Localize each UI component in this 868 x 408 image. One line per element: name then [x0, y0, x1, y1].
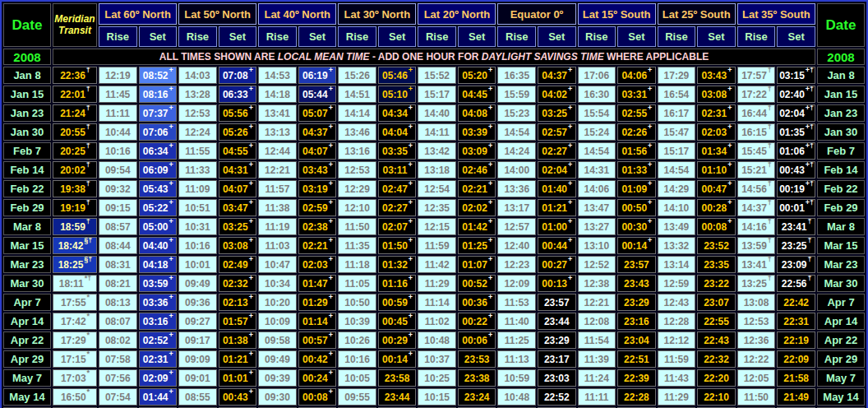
- cell-lat15s-rise: 14:54: [578, 142, 616, 160]
- cell-lat20n-set: 05:20+: [458, 67, 496, 84]
- cell-lat60n-set: 08:52+: [139, 67, 178, 84]
- cell-lat35s-set: 01:35+†: [777, 123, 815, 141]
- cell-lat30n-rise: 12:10: [338, 199, 376, 216]
- header-row-rise-set: RiseSetRiseSetRiseSetRiseSetRiseSetRiseS…: [3, 26, 865, 47]
- cell-lat60n-rise: 12:19: [99, 67, 137, 84]
- cell-lat40n-rise: 13:41: [258, 104, 297, 122]
- cell-equator-set: 23:57: [538, 294, 576, 311]
- meridian-transit-cell: 18:42§†: [53, 237, 97, 254]
- table-row: Mar 2318:25§†08:3104:18+10:0102:49+10:47…: [3, 256, 865, 273]
- cell-lat25s-set: 22:20: [697, 369, 736, 387]
- cell-lat20n-set: 00:06+: [458, 332, 496, 349]
- col-subheader-lat15s-set: Set: [617, 26, 656, 47]
- col-header-lat20n: Lat 20º North: [418, 3, 496, 25]
- cell-lat15s-rise: 17:06: [578, 67, 616, 84]
- times-notice: ALL TIMES SHOWN ARE LOCAL MEAN TIME - AD…: [53, 49, 815, 65]
- col-subheader-lat50n-rise: Rise: [178, 26, 217, 47]
- cell-lat30n-set: 00:29+: [378, 332, 417, 349]
- cell-lat15s-set: 01:09+: [617, 180, 656, 197]
- cell-lat25s-set: 00:28+: [697, 199, 736, 216]
- cell-lat30n-rise: 10:50: [338, 294, 376, 311]
- row-date-left: Jan 23: [3, 104, 51, 122]
- row-date-left: Jan 30: [3, 123, 51, 141]
- cell-lat20n-set: 01:25+: [458, 237, 496, 254]
- row-date-left: Apr 29: [3, 350, 51, 368]
- row-date-left: Feb 22: [3, 180, 51, 197]
- cell-lat30n-rise: 09:55: [338, 388, 376, 406]
- cell-lat60n-set: 07:37+: [139, 104, 178, 122]
- cell-lat50n-set: 07:08+: [219, 67, 257, 84]
- cell-lat15s-rise: 13:47: [578, 199, 616, 216]
- cell-lat30n-rise: 14:14: [338, 104, 376, 122]
- cell-lat40n-rise: 11:57: [258, 180, 297, 197]
- cell-lat20n-rise: 12:15: [418, 218, 456, 235]
- cell-equator-set: 04:37+: [538, 67, 576, 84]
- cell-lat40n-rise: 10:09: [258, 313, 297, 330]
- cell-lat30n-rise: 10:16: [338, 350, 376, 368]
- cell-lat25s-rise: 14:29: [658, 180, 696, 197]
- cell-lat35s-set: 22:56†: [777, 275, 815, 292]
- meridian-transit-cell: 18:59†: [53, 218, 97, 235]
- row-date-right: Jan 8: [817, 67, 865, 84]
- cell-lat30n-set: 00:59+: [378, 294, 417, 311]
- rise-set-almanac-table: Date Meridian Transit Lat 60º NorthLat 5…: [0, 0, 868, 408]
- table-row: Mar 818:59†08:5705:00+10:3103:25+11:1902…: [3, 218, 865, 235]
- cell-lat60n-rise: 09:54: [99, 161, 137, 178]
- table-row: Mar 1518:42§†08:4404:40+10:1603:08+11:03…: [3, 237, 865, 254]
- col-header-lat40n: Lat 40º North: [258, 3, 336, 25]
- row-date-right: Mar 23: [817, 256, 865, 273]
- cell-lat15s-set: 22:39: [617, 369, 656, 387]
- table-row: Feb 2219:38†09:3205:43+11:0904:07+11:570…: [3, 180, 865, 197]
- cell-lat60n-set: 06:09+: [139, 161, 178, 178]
- cell-lat60n-rise: 11:45: [99, 86, 137, 103]
- cell-lat35s-set: 02:04+†: [777, 104, 815, 122]
- cell-lat25s-rise: 12:43: [658, 294, 696, 311]
- cell-equator-set: 02:04+: [538, 161, 576, 178]
- cell-lat40n-rise: 14:18: [258, 86, 297, 103]
- cell-lat25s-rise: 14:54: [658, 161, 696, 178]
- row-date-right: Apr 22: [817, 332, 865, 349]
- cell-lat50n-rise: 09:27: [178, 313, 217, 330]
- cell-equator-rise: 10:48: [497, 388, 536, 406]
- cell-lat60n-set: 04:18+: [139, 256, 178, 273]
- cell-lat20n-rise: 10:48: [418, 332, 456, 349]
- col-subheader-lat35s-rise: Rise: [737, 26, 776, 47]
- row-date-left: Mar 15: [3, 237, 51, 254]
- cell-lat20n-rise: 11:02: [418, 313, 456, 330]
- col-header-lat50n: Lat 50º North: [178, 3, 256, 25]
- row-date-left: Apr 7: [3, 294, 51, 311]
- year-label-right: 2008: [817, 49, 865, 65]
- cell-equator-rise: 14:00: [497, 161, 536, 178]
- cell-lat25s-rise: 12:59: [658, 275, 696, 292]
- cell-lat15s-rise: 14:06: [578, 180, 616, 197]
- cell-lat30n-rise: 12:53: [338, 161, 376, 178]
- notice-emphasis-text: DAYLIGHT SAVINGS TIME: [482, 51, 604, 63]
- meridian-transit-line1: Meridian: [53, 14, 96, 26]
- col-subheader-lat25s-set: Set: [697, 26, 736, 47]
- cell-lat60n-rise: 07:56: [99, 369, 137, 387]
- table-row: Feb 720:25†10:1606:34+11:5504:55+12:4404…: [3, 142, 865, 160]
- cell-lat35s-set: 03:15+†: [777, 67, 815, 84]
- cell-lat20n-set: 00:22+: [458, 313, 496, 330]
- cell-lat40n-set: 00:08+: [298, 388, 337, 406]
- row-date-left: May 14: [3, 388, 51, 406]
- row-date-right: Feb 22: [817, 180, 865, 197]
- cell-lat15s-rise: 11:11: [578, 388, 616, 406]
- cell-lat40n-rise: 13:13: [258, 123, 297, 141]
- cell-lat30n-set: 23:58: [378, 369, 417, 387]
- cell-equator-set: 23:03: [538, 369, 576, 387]
- cell-lat20n-set: 23:38: [458, 369, 496, 387]
- cell-lat15s-set: 23:57: [617, 256, 656, 273]
- row-date-right: Feb 7: [817, 142, 865, 160]
- table-row: Jan 822:36†12:1908:52+14:0307:08+14:5306…: [3, 67, 865, 84]
- table-row: May 717:03*07:5602:09+09:0101:01+09:3900…: [3, 369, 865, 387]
- cell-lat50n-set: 02:32+: [219, 275, 257, 292]
- col-header-equator: Equator 0º: [497, 3, 575, 25]
- cell-lat20n-set: 23:53: [458, 350, 496, 368]
- cell-lat30n-rise: 11:18: [338, 256, 376, 273]
- cell-lat20n-rise: 13:18: [418, 161, 456, 178]
- cell-lat15s-rise: 12:52: [578, 256, 616, 273]
- row-date-right: May 14: [817, 388, 865, 406]
- cell-lat35s-set: 21:49: [777, 388, 815, 406]
- cell-lat30n-set: 00:14+: [378, 350, 417, 368]
